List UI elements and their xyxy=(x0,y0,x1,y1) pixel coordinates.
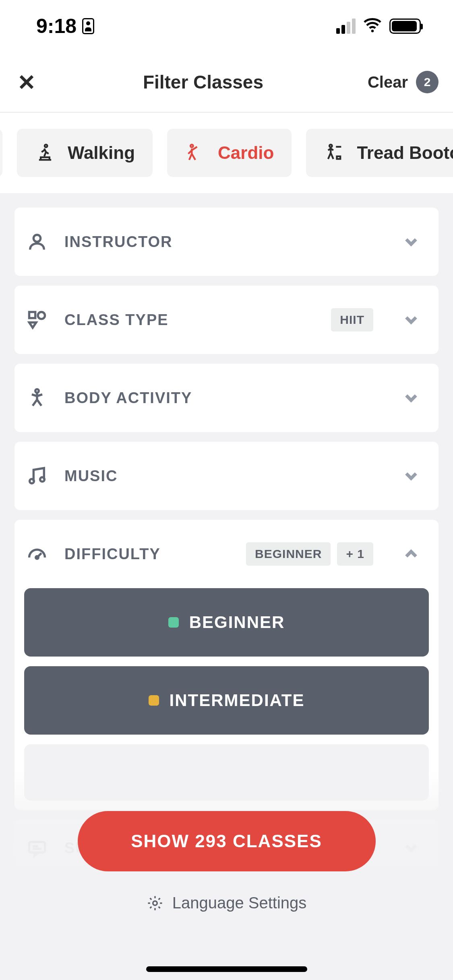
svg-point-6 xyxy=(33,235,40,242)
status-right xyxy=(336,16,421,37)
page-title: Filter Classes xyxy=(143,71,263,93)
tag-plus: + 1 xyxy=(337,542,373,566)
svg-point-11 xyxy=(40,477,45,482)
filter-music[interactable]: MUSIC xyxy=(14,442,439,510)
svg-point-4 xyxy=(190,144,193,147)
bottom-overlay: SHOW 293 CLASSES Language Settings xyxy=(0,771,453,980)
instructor-icon xyxy=(26,231,48,253)
battery-icon xyxy=(389,19,421,34)
language-settings-button[interactable]: Language Settings xyxy=(147,894,307,912)
filter-label: CLASS TYPE xyxy=(64,311,315,329)
chip-walking[interactable]: Walking xyxy=(17,129,153,177)
body-activity-icon xyxy=(26,387,48,409)
show-classes-button[interactable]: SHOW 293 CLASSES xyxy=(78,811,376,871)
chip-label: Tread Bootcamp xyxy=(357,143,453,163)
svg-line-13 xyxy=(37,553,41,558)
chip-bootcamp[interactable]: Tread Bootcamp xyxy=(306,129,453,177)
clear-button[interactable]: Clear xyxy=(368,73,408,91)
chevron-down-icon xyxy=(401,466,421,486)
swatch-yellow xyxy=(149,695,159,706)
filter-tags: HIIT xyxy=(331,308,373,331)
chip-edge-prev[interactable] xyxy=(0,129,2,177)
filter-label: BODY ACTIVITY xyxy=(64,389,385,407)
difficulty-option-intermediate[interactable]: INTERMEDIATE xyxy=(24,666,429,735)
cardio-icon xyxy=(185,142,206,163)
header: Filter Classes Clear 2 xyxy=(0,52,453,113)
svg-point-17 xyxy=(153,901,157,905)
svg-point-9 xyxy=(35,389,39,393)
chip-label: Walking xyxy=(68,143,135,163)
bootcamp-icon xyxy=(324,142,345,163)
chip-label: Cardio xyxy=(218,143,274,163)
status-left: 9:18 xyxy=(36,14,94,38)
id-icon xyxy=(82,18,94,34)
svg-point-3 xyxy=(45,144,48,147)
swatch-green xyxy=(168,617,179,628)
chevron-up-icon xyxy=(401,544,421,564)
tag-hiit: HIIT xyxy=(331,308,373,331)
chevron-down-icon xyxy=(401,232,421,251)
option-label: BEGINNER xyxy=(189,613,285,632)
svg-point-10 xyxy=(30,479,34,484)
svg-point-8 xyxy=(38,312,45,319)
chip-cardio[interactable]: Cardio xyxy=(167,129,292,177)
close-button[interactable] xyxy=(14,70,39,94)
gear-icon xyxy=(147,895,163,912)
svg-point-5 xyxy=(329,144,332,147)
home-indicator[interactable] xyxy=(146,966,307,972)
filter-body-activity[interactable]: BODY ACTIVITY xyxy=(14,364,439,432)
status-time: 9:18 xyxy=(36,14,77,38)
filters-section: INSTRUCTOR CLASS TYPE HIIT BODY ACTIVITY xyxy=(0,193,453,980)
filter-label: MUSIC xyxy=(64,467,385,485)
filter-count-badge: 2 xyxy=(416,71,439,93)
header-right: Clear 2 xyxy=(368,71,439,93)
language-settings-label: Language Settings xyxy=(172,894,307,912)
cellular-icon xyxy=(336,19,356,34)
class-type-icon xyxy=(26,309,48,331)
option-label: INTERMEDIATE xyxy=(170,691,305,710)
filter-difficulty: DIFFICULTY BEGINNER + 1 BEGINNER INTERME… xyxy=(14,520,439,810)
svg-point-0 xyxy=(371,30,374,32)
filter-label: INSTRUCTOR xyxy=(64,233,385,251)
svg-rect-7 xyxy=(29,312,35,318)
chevron-down-icon xyxy=(401,310,421,329)
close-icon xyxy=(18,73,35,91)
wifi-icon xyxy=(363,16,382,37)
filter-label: DIFFICULTY xyxy=(64,546,230,563)
difficulty-icon xyxy=(26,543,48,565)
music-icon xyxy=(26,465,48,487)
filter-difficulty-header[interactable]: DIFFICULTY BEGINNER + 1 xyxy=(14,520,439,588)
status-bar: 9:18 xyxy=(0,0,453,52)
filter-class-type[interactable]: CLASS TYPE HIIT xyxy=(14,286,439,354)
difficulty-option-beginner[interactable]: BEGINNER xyxy=(24,588,429,657)
filter-tags: BEGINNER + 1 xyxy=(246,542,373,566)
category-chips[interactable]: Walking Cardio Tread Bootcamp xyxy=(0,113,453,193)
chevron-down-icon xyxy=(401,388,421,408)
walking-icon xyxy=(35,142,56,163)
tag-beginner: BEGINNER xyxy=(246,542,331,566)
filter-instructor[interactable]: INSTRUCTOR xyxy=(14,208,439,276)
